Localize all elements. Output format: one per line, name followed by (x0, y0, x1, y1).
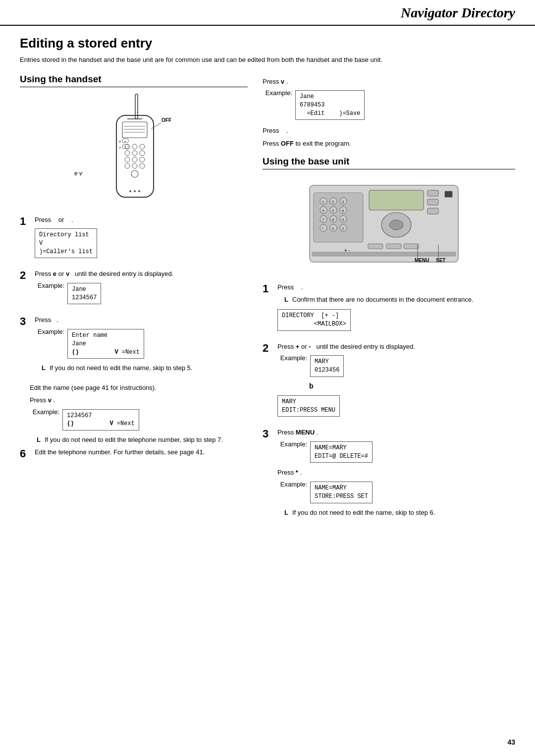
right-press-off: Press OFF to exit the program. (263, 139, 515, 149)
right-column: Press v . Example: Jane 6789453 =Edit )=… (263, 74, 515, 527)
base-step2-example: Example: MARY 0123456 (277, 353, 515, 379)
base-step-2: 2 Press + or - until the desired entry i… (263, 342, 515, 421)
step6-text: Edit the telephone number. For further d… (35, 448, 205, 456)
svg-line-29 (151, 123, 161, 129)
svg-rect-57 (369, 190, 424, 210)
handset-drawing: e v e v OFF (92, 93, 176, 207)
base-step1-display: DIRECTORY [+ -] <MAILBOX> (277, 309, 351, 331)
svg-text:4: 4 (322, 209, 324, 213)
svg-text:#: # (342, 226, 344, 231)
base-step3-example1-label: Example: (277, 439, 307, 449)
base-step2-bold-b: b (309, 381, 515, 391)
ev-label: e v (74, 170, 82, 177)
step2-display: Jane 1234567 (67, 283, 101, 305)
svg-text:8: 8 (332, 217, 334, 222)
press-v-section: Press v . Example: 1234567 () V =Next L … (30, 395, 248, 444)
base-step3-display1: NAME=MARY EDIT=@ DELETE=# (310, 441, 373, 463)
handset-section-title: Using the handset (20, 74, 248, 87)
right-example1-label: Example: (263, 88, 292, 98)
svg-text:9: 9 (342, 217, 344, 222)
svg-rect-64 (368, 244, 383, 249)
pressv-bullet-text: If you do not need to edit the telephone… (45, 435, 223, 444)
svg-text:OFF: OFF (161, 117, 171, 123)
step1-example: Directory list V )=Caller's list (35, 226, 248, 260)
svg-point-8 (140, 144, 145, 149)
svg-text:v: v (124, 146, 126, 149)
step-3: 3 Press . Example: Enter name Jane () V … (20, 315, 248, 376)
step-1: 1 Press or . Directory list V )=Caller's… (20, 215, 248, 263)
step3-example: Example: Enter name Jane () V =Next (35, 327, 248, 361)
base-step1-bullet-text: Confirm that there are no documents in t… (292, 295, 474, 304)
step1-display: Directory list V )=Caller's list (35, 228, 97, 258)
svg-rect-61 (445, 191, 452, 197)
base-step3-bullet: L If you do not need to edit the name, s… (284, 508, 515, 517)
svg-text:1: 1 (322, 200, 324, 204)
base-step2-text: Press + or - until the desired entry is … (277, 343, 415, 350)
right-handset-steps: Press v . Example: Jane 6789453 =Edit )=… (263, 77, 515, 149)
step3-bullet: L If you do not need to edit the name, s… (42, 364, 248, 373)
step3-text: Press . (35, 316, 58, 324)
right-press1: Press . (263, 126, 515, 136)
svg-point-9 (125, 151, 130, 156)
base-step3-display2: NAME=MARY STORE:PRESS SET (310, 482, 373, 503)
svg-point-12 (125, 157, 130, 162)
step-2: 2 Press e or v until the desired entry i… (20, 269, 248, 308)
svg-rect-58 (428, 190, 438, 196)
svg-text:7: 7 (322, 217, 324, 222)
base-step-1: 1 Press . L Confirm that there are no do… (263, 282, 515, 334)
edit-name-note: Edit the name (see page 41 for instructi… (30, 383, 248, 393)
svg-text:+ -: + - (344, 248, 350, 253)
step2-text: Press e or v until the desired entry is … (35, 270, 173, 277)
svg-text:0: 0 (332, 226, 334, 231)
left-column: Using the handset e v (20, 74, 248, 468)
base-step2-display2: MARY EDIT:PRESS MENU (277, 395, 340, 417)
svg-rect-66 (404, 244, 419, 249)
page-number: 43 (507, 738, 515, 746)
svg-point-16 (132, 163, 137, 168)
base-step1-text: Press . (277, 283, 303, 291)
pressv-example: Example: 1234567 () V =Next (30, 407, 248, 433)
svg-point-18 (131, 170, 138, 177)
base-step3-bullet-text: If you do not need to edit the name, ski… (292, 508, 435, 517)
svg-point-13 (132, 157, 137, 162)
base-step3-example1: Example: NAME=MARY EDIT=@ DELETE=# (277, 439, 515, 465)
step3-display: Enter name Jane () V =Next (67, 329, 144, 359)
right-example1: Example: Jane 6789453 =Edit )=Save (263, 88, 515, 122)
svg-point-11 (140, 151, 145, 156)
right-display1: Jane 6789453 =Edit )=Save (295, 90, 365, 120)
step2-example: Example: Jane 1234567 (35, 281, 248, 307)
page-header: Navigator Directory (0, 0, 535, 26)
base-step3-example2-label: Example: (277, 480, 307, 489)
base-step1-example: DIRECTORY [+ -] <MAILBOX> (277, 307, 515, 333)
svg-text:MENU: MENU (415, 258, 429, 263)
svg-text:3: 3 (342, 200, 344, 204)
svg-rect-65 (386, 244, 401, 249)
main-content: Editing a stored entry Entries stored in… (0, 26, 535, 547)
step3-bullet-text: If you do not need to edit the name, ski… (50, 364, 192, 373)
svg-text:5: 5 (332, 209, 334, 213)
svg-point-21 (134, 190, 136, 192)
svg-point-10 (132, 151, 137, 156)
svg-rect-1 (116, 115, 154, 197)
svg-text:e: e (119, 139, 121, 144)
step3-example-label: Example: (35, 327, 64, 337)
base-unit-drawing: 1 2 3 4 5 6 7 8 (305, 175, 473, 274)
base-section-title: Using the base unit (263, 156, 515, 169)
svg-rect-59 (428, 199, 438, 205)
step1-text: Press or . (35, 216, 73, 223)
svg-point-17 (140, 163, 145, 168)
svg-text:6: 6 (342, 209, 344, 213)
svg-point-14 (140, 157, 145, 162)
base-step3-press-star: Press * . (277, 468, 515, 478)
svg-point-15 (125, 163, 130, 168)
svg-text:v: v (119, 145, 121, 150)
page-description: Entries stored in the handset and the ba… (20, 55, 515, 65)
handset-image-area: e v (20, 93, 248, 207)
two-column-layout: Using the handset e v (20, 74, 515, 527)
base-step3-text: Press MENU . (277, 429, 318, 436)
svg-text:2: 2 (332, 200, 334, 204)
svg-point-7 (132, 144, 137, 149)
pressv-bullet: L If you do not need to edit the telepho… (37, 435, 248, 444)
right-press-v: Press v . (263, 77, 515, 87)
pressv-display: 1234567 () V =Next (62, 409, 139, 431)
